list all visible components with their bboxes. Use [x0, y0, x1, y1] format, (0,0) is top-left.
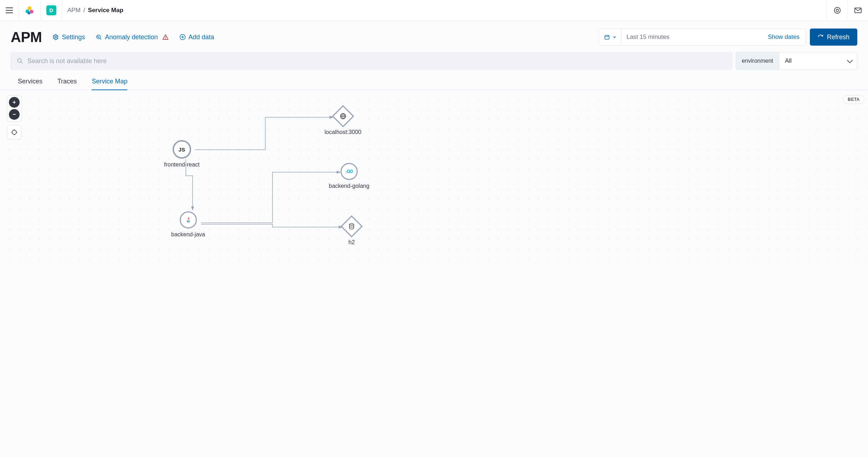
- node-backend-java[interactable]: backend-java: [171, 211, 205, 238]
- breadcrumb-sep: /: [83, 7, 85, 14]
- globe-icon: [332, 105, 354, 127]
- search-input: Search is not available here: [11, 52, 732, 70]
- search-placeholder: Search is not available here: [27, 57, 107, 65]
- add-data-label: Add data: [189, 34, 214, 41]
- node-label: backend-golang: [329, 183, 369, 189]
- space-badge[interactable]: D: [46, 5, 56, 15]
- svg-point-4: [834, 7, 840, 13]
- page-title: APM: [11, 29, 42, 45]
- go-icon: -GO: [341, 163, 358, 180]
- tab-traces[interactable]: Traces: [57, 75, 77, 90]
- chevron-down-icon: [613, 35, 616, 39]
- breadcrumb: APM / Service Map: [62, 7, 123, 14]
- anomaly-label: Anomaly detection: [105, 34, 158, 41]
- beta-badge: BETA: [843, 95, 864, 104]
- top-bar: D APM / Service Map: [0, 0, 868, 21]
- gear-icon: [52, 34, 59, 40]
- crosshair-icon: [11, 129, 17, 135]
- svg-point-11: [165, 38, 165, 39]
- plus-circle-icon: [179, 34, 186, 40]
- node-localhost-3000[interactable]: localhost:3000: [325, 106, 361, 135]
- anomaly-icon: [96, 34, 102, 40]
- warning-icon: [162, 34, 169, 40]
- time-picker-quick[interactable]: [599, 29, 622, 45]
- node-label: localhost:3000: [325, 129, 361, 135]
- mail-icon[interactable]: [847, 0, 868, 21]
- node-backend-golang[interactable]: -GO backend-golang: [329, 163, 369, 189]
- node-frontend-react[interactable]: JS frontend-react: [164, 140, 200, 168]
- breadcrumb-current: Service Map: [88, 7, 123, 14]
- svg-point-29: [349, 224, 354, 226]
- refresh-label: Refresh: [827, 34, 849, 41]
- search-icon: [17, 58, 23, 64]
- calendar-icon: [604, 34, 610, 40]
- refresh-icon: [818, 34, 823, 40]
- svg-point-7: [55, 36, 57, 38]
- search-row: Search is not available here environment…: [0, 46, 868, 70]
- show-dates-link[interactable]: Show dates: [762, 29, 805, 45]
- service-map-edges: [0, 90, 868, 261]
- page-header: APM Settings Anomaly detection Add data …: [0, 21, 868, 46]
- recenter-button[interactable]: [9, 127, 20, 138]
- settings-link[interactable]: Settings: [52, 34, 85, 41]
- js-icon: JS: [173, 140, 191, 159]
- svg-rect-15: [605, 35, 609, 39]
- node-h2[interactable]: h2: [344, 216, 359, 246]
- zoom-controls: + −: [7, 95, 21, 122]
- tabs: Services Traces Service Map: [0, 70, 868, 90]
- elastic-logo-icon[interactable]: [25, 5, 35, 15]
- environment-filter: environment All: [736, 52, 857, 70]
- add-data-link[interactable]: Add data: [179, 34, 214, 41]
- node-label: h2: [344, 239, 359, 246]
- svg-point-21: [12, 130, 16, 134]
- zoom-in-button[interactable]: +: [9, 97, 20, 108]
- java-icon: [180, 211, 197, 229]
- anomaly-link[interactable]: Anomaly detection: [96, 34, 168, 41]
- time-picker-value[interactable]: Last 15 minutes: [622, 29, 762, 45]
- svg-point-19: [17, 58, 21, 62]
- svg-line-9: [100, 38, 101, 40]
- settings-label: Settings: [62, 34, 85, 41]
- environment-label: environment: [736, 52, 779, 70]
- svg-point-5: [836, 9, 838, 11]
- breadcrumb-root[interactable]: APM: [67, 7, 81, 14]
- refresh-button[interactable]: Refresh: [810, 29, 857, 46]
- environment-select[interactable]: All: [779, 52, 857, 70]
- menu-icon[interactable]: [6, 7, 13, 13]
- service-map-canvas[interactable]: + − BETA JS frontend-react b: [0, 90, 868, 261]
- node-label: backend-java: [171, 231, 205, 238]
- svg-point-0: [28, 6, 32, 10]
- tab-services[interactable]: Services: [18, 75, 42, 90]
- help-icon[interactable]: [827, 0, 847, 21]
- node-label: frontend-react: [164, 161, 200, 168]
- database-icon: [341, 215, 363, 237]
- tab-service-map[interactable]: Service Map: [92, 75, 127, 90]
- time-picker: Last 15 minutes Show dates: [599, 29, 806, 46]
- svg-point-3: [28, 12, 30, 14]
- zoom-out-button[interactable]: −: [9, 109, 20, 120]
- svg-line-20: [21, 62, 22, 63]
